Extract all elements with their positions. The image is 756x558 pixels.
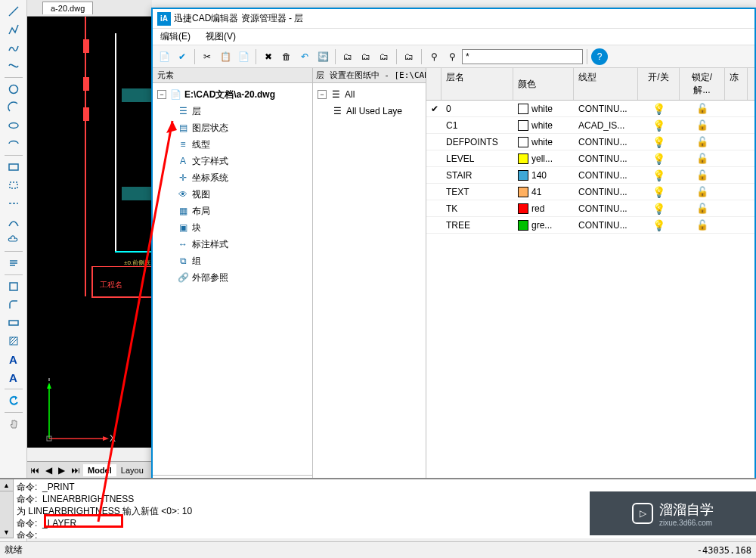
tool-line-icon[interactable] [5, 3, 23, 20]
col-freeze[interactable]: 冻 [725, 68, 748, 100]
rm-titlebar[interactable]: iA 迅捷CAD编辑器 资源管理器 - 层 [153, 9, 754, 29]
menu-edit[interactable]: 编辑(E) [156, 29, 195, 45]
tool-pan-icon[interactable] [5, 416, 23, 432]
tool-text-A-icon[interactable]: A [5, 351, 23, 367]
layer-linetype[interactable]: CONTINU... [574, 185, 638, 199]
tree-item[interactable]: ▣块 [154, 219, 311, 236]
tree-item[interactable]: 🔗外部参照 [154, 269, 311, 286]
refresh-icon[interactable]: 🔄 [314, 48, 331, 65]
tab-nav-last-icon[interactable]: ⏭ [68, 465, 83, 476]
layer-linetype[interactable]: CONTINU... [574, 202, 638, 215]
layer-color[interactable]: white [513, 135, 574, 149]
help-icon[interactable]: ? [591, 48, 608, 65]
layer-linetype[interactable]: CONTINU... [574, 135, 638, 149]
layer-row[interactable]: DEFPOINTSwhiteCONTINU...💡🔓 [426, 134, 754, 150]
search-input[interactable] [462, 49, 583, 64]
col-lock[interactable]: 锁定/解... [680, 68, 725, 100]
tool-undo-icon[interactable] [5, 392, 23, 409]
tool-hatch-icon[interactable] [5, 333, 23, 349]
cmd-scroll-down-icon[interactable]: ▼ [0, 526, 13, 538]
tool-polygon-icon[interactable] [5, 177, 23, 194]
layer-color[interactable]: 41 [513, 185, 574, 199]
tree-item[interactable]: ☰层 [154, 103, 311, 119]
tool-freehand-icon[interactable] [5, 39, 23, 56]
tool-rect2-icon[interactable] [5, 278, 23, 295]
tree-item[interactable]: 👁视图 [154, 186, 311, 203]
tab-nav-next-icon[interactable]: ▶ [55, 465, 68, 476]
tool-ellipse-arc-icon[interactable] [5, 135, 23, 152]
layer-lock-toggle[interactable]: 🔓 [680, 218, 725, 232]
collapse-icon[interactable]: − [318, 90, 327, 99]
copy-icon[interactable]: 📋 [217, 48, 234, 65]
layer-row[interactable]: TKredCONTINU...💡🔓 [426, 200, 754, 217]
layer-on-toggle[interactable]: 💡 [638, 101, 680, 116]
col-color[interactable]: 颜色 [513, 68, 574, 100]
cmd-scroll-up-icon[interactable]: ▲ [0, 479, 13, 491]
layer-linetype[interactable]: CONTINU... [574, 152, 638, 166]
layer-lock-toggle[interactable]: 🔓 [680, 101, 725, 116]
layer-row[interactable]: LEVELyell...CONTINU...💡🔓 [426, 150, 754, 167]
tree-root[interactable]: − 📄 E:\CAD文档\a-20.dwg [154, 86, 311, 103]
tool-rect-icon[interactable] [5, 159, 23, 175]
cad-canvas[interactable]: 工程名 ±0.前侧底 [27, 17, 152, 448]
layer-color[interactable]: white [513, 119, 574, 132]
layer-row[interactable]: STAIR140CONTINU...💡🔓 [426, 167, 754, 184]
tool-ellipse-icon[interactable] [5, 117, 23, 134]
tab-nav-first-icon[interactable]: ⏮ [27, 465, 42, 476]
layer-color[interactable]: gre... [513, 219, 574, 232]
layer-row[interactable]: C1whiteACAD_IS...💡🔓 [426, 117, 754, 134]
tool-text-A2-icon[interactable]: A [5, 369, 23, 386]
col-onoff[interactable]: 开/关 [638, 68, 680, 100]
tree-item[interactable]: ▦布局 [154, 203, 311, 219]
tree-item[interactable]: ✛坐标系统 [154, 169, 311, 186]
tool-polyline-icon[interactable] [5, 21, 23, 38]
layer-lock-toggle[interactable]: 🔓 [680, 118, 725, 132]
layer-on-toggle[interactable]: 💡 [638, 135, 680, 150]
tree-item[interactable]: ▤图层状态 [154, 119, 311, 136]
tree-item[interactable]: A文字样式 [154, 153, 311, 169]
tab-layout[interactable]: Layou [116, 464, 148, 476]
tree-all-used[interactable]: ☰ All Used Laye [314, 103, 424, 119]
tool-curve-icon[interactable] [5, 213, 23, 230]
tool-text-multiline-icon[interactable] [5, 255, 23, 271]
layer-lock-toggle[interactable]: 🔓 [680, 168, 725, 182]
delete-icon[interactable]: ✖ [260, 48, 277, 65]
tab-model[interactable]: Model [83, 464, 116, 476]
layer-color[interactable]: 140 [513, 169, 574, 182]
tool-fillet-icon[interactable] [5, 296, 23, 313]
layer-on-toggle[interactable]: 💡 [638, 218, 680, 233]
purge-icon[interactable]: 🗑 [278, 48, 295, 65]
tool-circle-icon[interactable] [5, 81, 23, 98]
cut-icon[interactable]: ✂ [199, 48, 215, 65]
layer-tool3-icon[interactable]: 🗂 [376, 48, 392, 65]
undo2-icon[interactable]: ↶ [296, 48, 313, 65]
paste-icon[interactable]: 📄 [235, 48, 252, 65]
tree-item[interactable]: ≡线型 [154, 136, 311, 153]
layer-tool1-icon[interactable]: 🗂 [339, 48, 356, 65]
filter1-icon[interactable]: ⚲ [426, 48, 442, 65]
tab-nav-prev-icon[interactable]: ◀ [42, 465, 55, 476]
layer-row[interactable]: TEXT41CONTINU...💡🔓 [426, 184, 754, 200]
layer-lock-toggle[interactable]: 🔓 [680, 201, 725, 215]
tool-dashline-icon[interactable] [5, 195, 23, 212]
layer-linetype[interactable]: CONTINU... [574, 102, 638, 116]
layer-linetype[interactable]: CONTINU... [574, 219, 638, 232]
tool-spline-icon[interactable] [5, 57, 23, 74]
layer-lock-toggle[interactable]: 🔓 [680, 184, 725, 199]
layer-color[interactable]: yell... [513, 152, 574, 166]
layer-color[interactable]: white [513, 102, 574, 116]
filter2-icon[interactable]: ⚲ [444, 48, 460, 65]
menu-view[interactable]: 视图(V) [201, 29, 240, 45]
tool-arc-icon[interactable] [5, 99, 23, 116]
layer-on-toggle[interactable]: 💡 [638, 151, 680, 166]
layer-lock-toggle[interactable]: 🔓 [680, 135, 725, 149]
layer-on-toggle[interactable]: 💡 [638, 201, 680, 216]
layer-row[interactable]: TREEgre...CONTINU...💡🔓 [426, 217, 754, 234]
tree-all[interactable]: − ☰ All [314, 86, 424, 103]
col-linetype[interactable]: 线型 [574, 68, 638, 100]
layer-tool4-icon[interactable]: 🗂 [401, 48, 417, 65]
layer-lock-toggle[interactable]: 🔓 [680, 151, 725, 166]
cad-file-tab[interactable]: a-20.dwg [42, 2, 93, 14]
tool-cloud-icon[interactable] [5, 231, 23, 248]
tree-item[interactable]: ↔标注样式 [154, 236, 311, 253]
